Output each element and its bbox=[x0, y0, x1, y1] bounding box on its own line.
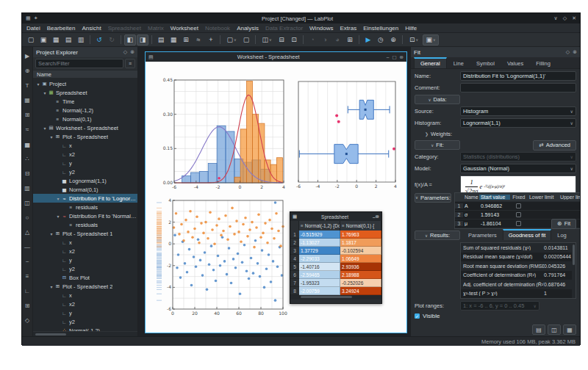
zoom-tool-icon[interactable]: ⊕ bbox=[23, 64, 32, 78]
float-dock-icon[interactable]: ◇ bbox=[123, 49, 127, 55]
visible-checkbox[interactable]: ✓ bbox=[415, 313, 420, 319]
weights-section-toggle[interactable]: ❯ Weights: bbox=[415, 130, 576, 138]
undo-button[interactable]: ↺ bbox=[93, 35, 105, 46]
tab-general[interactable]: General bbox=[414, 57, 447, 68]
name-field[interactable] bbox=[460, 71, 576, 81]
close-icon[interactable]: ✕ bbox=[572, 15, 576, 21]
source-select[interactable]: Histogram ∨ bbox=[460, 106, 576, 116]
matrix-tool-icon[interactable]: ⊞ bbox=[23, 108, 32, 122]
tree-item-spreadsheet[interactable]: ▾▦Spreadsheet bbox=[33, 88, 137, 97]
spreadsheet-cell[interactable]: -2.00759 bbox=[299, 287, 340, 295]
clock-button[interactable]: ◷ bbox=[375, 35, 387, 46]
spreadsheet-cell[interactable]: -0.252026 bbox=[340, 279, 381, 287]
results-tab-goodness-of-fit[interactable]: Goodness of fit bbox=[503, 229, 551, 240]
tree-item-project[interactable]: ▾▣Project bbox=[33, 79, 137, 88]
title-bar[interactable]: ▦ ✦ Project [Changed] — LabPlot ∨ ◇ ✕ bbox=[22, 13, 580, 23]
menu-einstellungen[interactable]: Einstellungen bbox=[363, 25, 398, 32]
menu-worksheet[interactable]: Worksheet bbox=[171, 25, 198, 32]
data-section-button[interactable]: ∨ Data: bbox=[415, 95, 460, 104]
parameter-row[interactable]: 1A0.946862 bbox=[455, 202, 580, 211]
worksheet-canvas[interactable]: -6-4-20240.000.150.300.45 -6-4-2024 0204… bbox=[146, 62, 406, 333]
spreadsheet-cell[interactable]: 1.06649 bbox=[340, 255, 381, 263]
legend-tool-icon[interactable]: ≡ bbox=[23, 269, 32, 283]
menu-bearbeiten[interactable]: Bearbeiten bbox=[47, 25, 76, 32]
menu-ansicht[interactable]: Ansicht bbox=[82, 25, 101, 32]
histogram-tool-icon[interactable]: ▅ bbox=[23, 137, 32, 151]
ss-close-icon[interactable]: ⊗ bbox=[376, 214, 379, 220]
worksheet-window[interactable]: ▤ Worksheet - Spreadsheet – ▢ ⊗ -6-4-202… bbox=[145, 51, 407, 333]
tree-item-x[interactable]: ∟x bbox=[33, 238, 137, 247]
spreadsheet-window[interactable]: ▦ Spreadsheet – ⊗ ≡Normal(-1,2) {Dou≡Nor… bbox=[290, 211, 382, 304]
histogram-select[interactable]: Lognormal(1,1) ∨ bbox=[460, 118, 576, 128]
import-data-button[interactable]: + bbox=[205, 35, 217, 46]
mouse-mode-button[interactable]: ▣∨ bbox=[423, 35, 439, 46]
fixed-checkbox[interactable] bbox=[516, 212, 521, 217]
ellipse-tool-icon[interactable]: ○ bbox=[23, 211, 32, 225]
parameters-section-button[interactable]: ∨ Parameters: bbox=[415, 193, 451, 203]
project-explorer-header[interactable]: Project Explorer ◇ ⊗ bbox=[33, 47, 137, 57]
subwindow-close-icon[interactable]: ⊗ bbox=[400, 54, 404, 60]
layout-button[interactable]: ◫∨ bbox=[259, 35, 275, 46]
pin-icon[interactable]: ✦ bbox=[34, 15, 38, 21]
toggle-project-explorer-button[interactable]: ◧ bbox=[124, 35, 136, 46]
fixed-checkbox[interactable] bbox=[516, 203, 521, 208]
tree-item-worksheet-spreadsheet[interactable]: ▾▤Worksheet - Spreadsheet bbox=[33, 123, 137, 132]
tree-item-normal-0-1[interactable]: ▅Normal(0,1) bbox=[33, 185, 137, 194]
axis-tool-icon[interactable]: ∟ bbox=[23, 284, 32, 298]
menu-extras[interactable]: Extras bbox=[340, 25, 357, 32]
spreadsheet-cell[interactable]: -2.29033 bbox=[299, 255, 340, 263]
sine-tool-icon[interactable]: ~ bbox=[23, 255, 32, 269]
navigate-button[interactable]: ⊕ bbox=[387, 35, 399, 46]
new-curve-button[interactable]: ≈ bbox=[193, 35, 204, 46]
spreadsheet-cell[interactable]: 2.18988 bbox=[340, 271, 381, 279]
new-plot-button[interactable]: ▢∨ bbox=[223, 35, 240, 46]
menu-analysis[interactable]: Analysis bbox=[237, 25, 259, 32]
tree-item-y2[interactable]: ∟y2 bbox=[33, 317, 137, 326]
tab-filling[interactable]: Filling bbox=[530, 59, 556, 68]
reference-tool-icon[interactable]: ◇ bbox=[23, 313, 32, 327]
save-as-template-button[interactable]: ▦ bbox=[563, 324, 576, 335]
spreadsheet-cell[interactable]: 3.24924 bbox=[340, 287, 381, 295]
tree-item-box-plot[interactable]: ⊟Box Plot bbox=[33, 273, 137, 282]
print-button[interactable]: ▤ bbox=[62, 35, 74, 46]
tab-values[interactable]: Values bbox=[501, 59, 529, 68]
magnify-button[interactable]: ⊡ bbox=[288, 35, 300, 46]
tree-item-plot-spreadsheet[interactable]: ▾⊞Plot - Spreadsheet bbox=[33, 132, 137, 141]
boxplot-plot[interactable]: -6-4-2024 bbox=[293, 77, 400, 195]
run-fit-button[interactable]: ⊛ Fit bbox=[551, 219, 576, 229]
tab-symbol[interactable]: Symbol bbox=[470, 59, 501, 68]
tree-item-normal-1-2[interactable]: ∴Normal(-1,2) bbox=[33, 326, 137, 331]
spreadsheet-cell[interactable]: 2.93936 bbox=[340, 263, 381, 271]
save-template-button[interactable]: ◫ bbox=[548, 324, 561, 335]
tree-item-distribution-fit-to-normal-0-1[interactable]: ▾≈Distribution Fit to 'Normal(0,1)' bbox=[33, 211, 137, 220]
subwindow-maximize-icon[interactable]: ▢ bbox=[392, 54, 396, 60]
worksheet-window-titlebar[interactable]: ▤ Worksheet - Spreadsheet – ▢ ⊗ bbox=[146, 52, 406, 62]
tree-item-plot-spreadsheet-2[interactable]: ▾⊞Plot - Spreadsheet 2 bbox=[33, 282, 137, 291]
tree-item-normal-0-1[interactable]: ≡Normal(0,1) bbox=[33, 115, 137, 123]
tree-item-lognormal-1-1[interactable]: ▅Lognormal(1,1) bbox=[33, 176, 137, 185]
spreadsheet-cell[interactable]: 1.37729 bbox=[299, 247, 340, 255]
comment-field[interactable] bbox=[460, 83, 576, 92]
new-worksheet-button[interactable]: ▤ bbox=[155, 35, 167, 46]
tree-item-y[interactable]: ∟y bbox=[33, 308, 137, 317]
tree-item-plot-spreadsheet-1[interactable]: ▾⊞Plot - Spreadsheet 1 bbox=[33, 229, 137, 238]
histogram-plot[interactable]: -6-4-20240.000.150.300.45 bbox=[155, 76, 287, 195]
tree-item-x2[interactable]: ∟x2 bbox=[33, 300, 137, 308]
save-project-button[interactable]: ▦ bbox=[50, 35, 62, 46]
new-text-button[interactable]: ▢ bbox=[240, 35, 252, 46]
tree-item-x[interactable]: ∟x bbox=[33, 291, 137, 300]
spreadsheet-cell[interactable]: -0.515929 bbox=[299, 231, 340, 239]
results-tab-parameters[interactable]: Parameters bbox=[463, 231, 502, 240]
export-button[interactable]: ▥ bbox=[75, 35, 87, 46]
filter-options-button[interactable]: ≡ bbox=[125, 59, 135, 68]
scatter-tool-icon[interactable]: ∴ bbox=[23, 152, 32, 166]
fit-dock-header[interactable]: Fit ◇ ⊗ bbox=[411, 47, 580, 57]
minimize-icon[interactable]: ∨ bbox=[554, 15, 558, 21]
spreadsheet-cell[interactable]: -1.40716 bbox=[299, 263, 340, 271]
open-project-button[interactable]: ▣ bbox=[37, 35, 49, 46]
text-tool-icon[interactable]: T bbox=[23, 79, 32, 92]
subwindow-minimize-icon[interactable]: – bbox=[387, 54, 390, 59]
fit-section-button[interactable]: ∨ Fit: bbox=[415, 140, 460, 150]
advanced-button[interactable]: ⇄ Advanced bbox=[533, 140, 576, 150]
arrange-button[interactable]: ⊞ bbox=[344, 35, 356, 46]
